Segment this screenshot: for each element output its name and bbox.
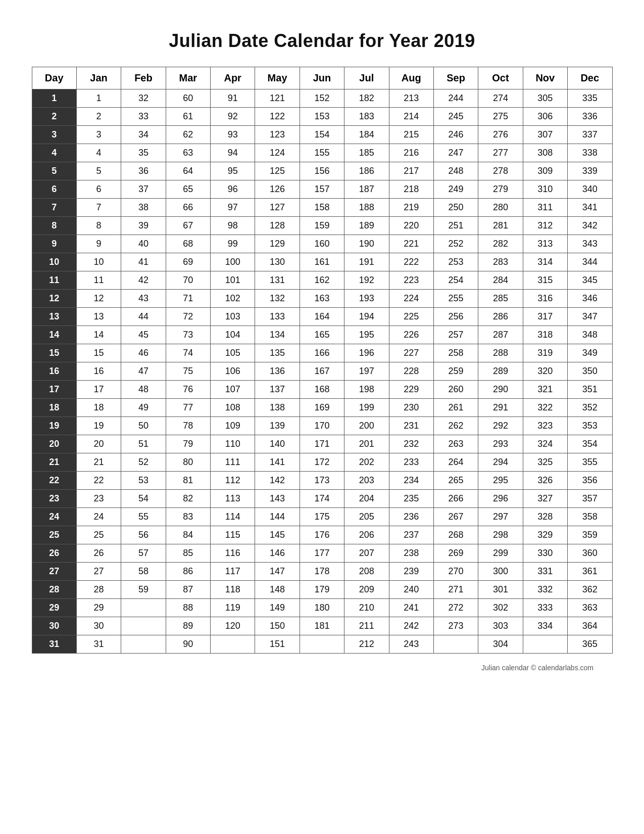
day-cell: 13 bbox=[32, 308, 76, 326]
month-cell-feb: 56 bbox=[121, 526, 166, 544]
month-cell-may: 131 bbox=[255, 271, 300, 290]
table-row: 15154674105135166196227258288319349 bbox=[32, 344, 612, 362]
month-cell-apr: 96 bbox=[211, 180, 255, 199]
month-cell-may: 135 bbox=[255, 344, 300, 362]
month-cell-mar: 64 bbox=[166, 162, 210, 180]
table-row: 303089120150181211242273303334364 bbox=[32, 617, 612, 635]
month-cell-sep: 250 bbox=[433, 199, 478, 217]
month-cell-jan: 23 bbox=[76, 490, 121, 508]
col-header-jul: Jul bbox=[344, 67, 389, 89]
month-cell-aug: 222 bbox=[389, 253, 433, 271]
month-cell-may: 150 bbox=[255, 617, 300, 635]
month-cell-jan: 9 bbox=[76, 235, 121, 253]
month-cell-jul: 208 bbox=[344, 563, 389, 581]
month-cell-aug: 231 bbox=[389, 417, 433, 435]
month-cell-oct: 304 bbox=[478, 635, 523, 654]
month-cell-jul: 192 bbox=[344, 271, 389, 290]
table-row: 99406899129160190221252282313343 bbox=[32, 235, 612, 253]
month-cell-jul: 212 bbox=[344, 635, 389, 654]
month-cell-apr: 105 bbox=[211, 344, 255, 362]
month-cell-apr: 108 bbox=[211, 399, 255, 417]
month-cell-jan: 6 bbox=[76, 180, 121, 199]
month-cell-jan: 11 bbox=[76, 271, 121, 290]
month-cell-dec: 352 bbox=[568, 399, 613, 417]
month-cell-dec: 337 bbox=[568, 126, 613, 144]
month-cell-feb: 58 bbox=[121, 563, 166, 581]
month-cell-aug: 220 bbox=[389, 217, 433, 235]
month-cell-dec: 363 bbox=[568, 599, 613, 617]
month-cell-nov: 330 bbox=[523, 544, 567, 563]
month-cell-sep: 255 bbox=[433, 290, 478, 308]
month-cell-jan: 5 bbox=[76, 162, 121, 180]
table-row: 11114270101131162192223254284315345 bbox=[32, 271, 612, 290]
month-cell-nov bbox=[523, 635, 567, 654]
table-row: 28285987118148179209240271301332362 bbox=[32, 581, 612, 599]
day-cell: 1 bbox=[32, 89, 76, 108]
month-cell-feb: 44 bbox=[121, 308, 166, 326]
col-header-nov: Nov bbox=[523, 67, 567, 89]
table-row: 22225381112142173203234265295326356 bbox=[32, 472, 612, 490]
month-cell-apr: 98 bbox=[211, 217, 255, 235]
month-cell-feb: 59 bbox=[121, 581, 166, 599]
month-cell-may: 132 bbox=[255, 290, 300, 308]
day-cell: 22 bbox=[32, 472, 76, 490]
month-cell-mar: 66 bbox=[166, 199, 210, 217]
month-cell-jan: 25 bbox=[76, 526, 121, 544]
month-cell-sep: 248 bbox=[433, 162, 478, 180]
month-cell-mar: 78 bbox=[166, 417, 210, 435]
month-cell-feb: 42 bbox=[121, 271, 166, 290]
month-cell-jun: 163 bbox=[300, 290, 344, 308]
month-cell-apr: 101 bbox=[211, 271, 255, 290]
table-header-row: DayJanFebMarAprMayJunJulAugSepOctNovDec bbox=[32, 67, 612, 89]
month-cell-jan: 7 bbox=[76, 199, 121, 217]
month-cell-apr: 97 bbox=[211, 199, 255, 217]
month-cell-may: 148 bbox=[255, 581, 300, 599]
month-cell-jan: 2 bbox=[76, 108, 121, 126]
month-cell-may: 124 bbox=[255, 144, 300, 162]
col-header-jun: Jun bbox=[300, 67, 344, 89]
month-cell-may: 142 bbox=[255, 472, 300, 490]
month-cell-nov: 309 bbox=[523, 162, 567, 180]
month-cell-aug: 228 bbox=[389, 362, 433, 381]
day-cell: 16 bbox=[32, 362, 76, 381]
month-cell-nov: 329 bbox=[523, 526, 567, 544]
month-cell-jun: 172 bbox=[300, 453, 344, 472]
month-cell-aug: 239 bbox=[389, 563, 433, 581]
month-cell-sep: 260 bbox=[433, 381, 478, 399]
month-cell-apr: 109 bbox=[211, 417, 255, 435]
table-row: 88396798128159189220251281312342 bbox=[32, 217, 612, 235]
month-cell-oct: 289 bbox=[478, 362, 523, 381]
month-cell-oct: 290 bbox=[478, 381, 523, 399]
month-cell-aug: 242 bbox=[389, 617, 433, 635]
month-cell-jul: 190 bbox=[344, 235, 389, 253]
month-cell-jun: 171 bbox=[300, 435, 344, 453]
month-cell-apr: 120 bbox=[211, 617, 255, 635]
month-cell-sep: 262 bbox=[433, 417, 478, 435]
month-cell-jan: 14 bbox=[76, 326, 121, 344]
month-cell-feb bbox=[121, 599, 166, 617]
month-cell-jul: 189 bbox=[344, 217, 389, 235]
month-cell-aug: 238 bbox=[389, 544, 433, 563]
month-cell-may: 126 bbox=[255, 180, 300, 199]
month-cell-dec: 341 bbox=[568, 199, 613, 217]
month-cell-sep: 245 bbox=[433, 108, 478, 126]
month-cell-apr: 107 bbox=[211, 381, 255, 399]
month-cell-nov: 317 bbox=[523, 308, 567, 326]
month-cell-dec: 339 bbox=[568, 162, 613, 180]
month-cell-jun: 181 bbox=[300, 617, 344, 635]
month-cell-jul: 211 bbox=[344, 617, 389, 635]
month-cell-may: 122 bbox=[255, 108, 300, 126]
month-cell-jan: 4 bbox=[76, 144, 121, 162]
month-cell-apr: 112 bbox=[211, 472, 255, 490]
month-cell-oct: 281 bbox=[478, 217, 523, 235]
month-cell-sep: 266 bbox=[433, 490, 478, 508]
col-header-apr: Apr bbox=[211, 67, 255, 89]
month-cell-dec: 340 bbox=[568, 180, 613, 199]
month-cell-feb: 36 bbox=[121, 162, 166, 180]
month-cell-jul: 209 bbox=[344, 581, 389, 599]
month-cell-may: 128 bbox=[255, 217, 300, 235]
month-cell-jan: 27 bbox=[76, 563, 121, 581]
day-cell: 9 bbox=[32, 235, 76, 253]
month-cell-dec: 338 bbox=[568, 144, 613, 162]
month-cell-jun: 165 bbox=[300, 326, 344, 344]
